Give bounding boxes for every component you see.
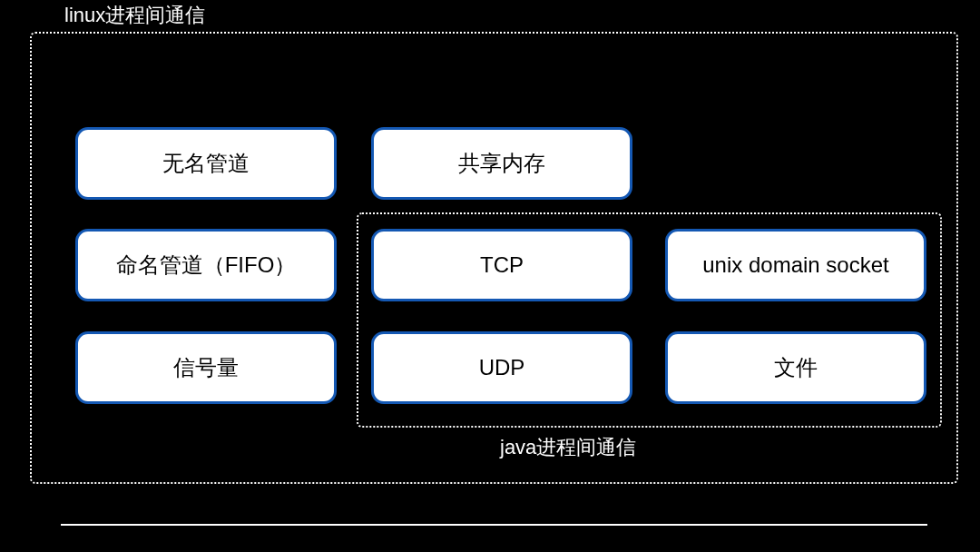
box-tcp: TCP xyxy=(371,229,632,301)
box-label: 无名管道 xyxy=(162,149,250,178)
box-udp: UDP xyxy=(371,331,632,404)
box-label: unix domain socket xyxy=(702,252,888,278)
box-file: 文件 xyxy=(665,331,926,404)
box-label: TCP xyxy=(480,252,524,278)
box-semaphore: 信号量 xyxy=(75,331,337,404)
box-label: 命名管道（FIFO） xyxy=(116,251,297,280)
linux-ipc-title: linux进程间通信 xyxy=(59,2,211,29)
box-label: 文件 xyxy=(774,353,818,382)
java-ipc-title: java进程间通信 xyxy=(495,434,642,461)
box-unix-domain-socket: unix domain socket xyxy=(665,229,926,301)
box-label: 信号量 xyxy=(173,353,239,382)
box-anonymous-pipe: 无名管道 xyxy=(75,127,337,200)
box-label: UDP xyxy=(479,355,525,380)
box-shared-memory: 共享内存 xyxy=(371,127,632,200)
box-label: 共享内存 xyxy=(458,149,545,178)
box-named-pipe: 命名管道（FIFO） xyxy=(75,229,337,301)
divider-line xyxy=(61,524,927,526)
